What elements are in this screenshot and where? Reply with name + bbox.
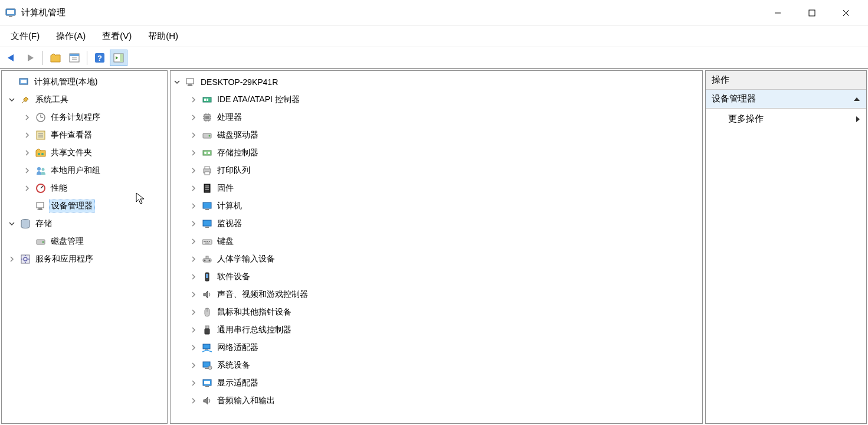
network-icon (201, 342, 213, 354)
chevron-right-icon[interactable] (188, 130, 199, 140)
tree-item-label: 性能 (49, 182, 69, 194)
device-category-audio-io[interactable]: 音频输入和输出 (171, 392, 702, 410)
chevron-right-icon[interactable] (188, 201, 199, 211)
properties-button[interactable] (65, 50, 83, 66)
device-label: 系统设备 (215, 359, 252, 371)
chevron-right-icon[interactable] (188, 254, 199, 264)
chevron-right-icon[interactable] (188, 148, 199, 158)
minimize-button[interactable] (761, 0, 795, 26)
printer-icon (201, 165, 213, 176)
device-root[interactable]: DESKTOP-29KP41R (171, 73, 702, 91)
chevron-right-icon[interactable] (188, 183, 199, 194)
center-device-pane: DESKTOP-29KP41R IDE ATA/ATAPI 控制器 处理器 磁盘… (170, 70, 703, 424)
chevron-right-icon[interactable] (22, 183, 32, 194)
device-category-processor[interactable]: 处理器 (171, 109, 702, 126)
svg-rect-62 (205, 172, 209, 175)
hard-disk-icon (201, 129, 213, 141)
chevron-right-icon[interactable] (188, 236, 199, 247)
device-category-computer[interactable]: 计算机 (171, 197, 702, 215)
menu-file[interactable]: 文件(F) (4, 28, 47, 44)
help-button[interactable]: ? (91, 50, 109, 66)
storage-controller-icon (201, 147, 213, 159)
speaker-icon (201, 289, 213, 300)
chevron-right-icon[interactable] (188, 218, 199, 229)
device-category-print-queues[interactable]: 打印队列 (171, 162, 702, 179)
back-button[interactable] (2, 50, 20, 66)
svg-point-56 (209, 135, 211, 137)
device-category-storage-controllers[interactable]: 存储控制器 (171, 144, 702, 162)
tree-performance[interactable]: 性能 (2, 179, 167, 197)
chevron-down-icon[interactable] (6, 94, 17, 105)
device-tree: DESKTOP-29KP41R IDE ATA/ATAPI 控制器 处理器 磁盘… (171, 71, 702, 412)
chevron-right-icon[interactable] (22, 165, 32, 176)
chevron-right-icon[interactable] (188, 94, 199, 105)
device-category-ide-ata[interactable]: IDE ATA/ATAPI 控制器 (171, 91, 702, 109)
device-label: 通用串行总线控制器 (215, 324, 293, 336)
menu-action[interactable]: 操作(A) (49, 28, 93, 44)
actions-section-title[interactable]: 设备管理器 (706, 90, 866, 109)
device-category-usb[interactable]: 通用串行总线控制器 (171, 321, 702, 339)
device-category-mice[interactable]: 鼠标和其他指针设备 (171, 303, 702, 321)
tree-system-tools[interactable]: 系统工具 (2, 91, 167, 109)
close-button[interactable] (829, 0, 863, 26)
device-category-keyboards[interactable]: 键盘 (171, 233, 702, 250)
users-icon (35, 165, 47, 176)
svg-point-26 (41, 153, 44, 155)
svg-point-79 (209, 260, 211, 261)
chevron-right-icon[interactable] (188, 378, 199, 388)
tree-disk-management[interactable]: 磁盘管理 (2, 233, 167, 250)
device-category-display[interactable]: 显示适配器 (171, 374, 702, 392)
tree-local-users[interactable]: 本地用户和组 (2, 162, 167, 179)
device-category-monitors[interactable]: 监视器 (171, 215, 702, 233)
device-label: 固件 (215, 182, 235, 194)
chevron-right-icon[interactable] (22, 148, 32, 158)
device-category-sound[interactable]: 声音、视频和游戏控制器 (171, 286, 702, 303)
show-actions-pane-button[interactable] (110, 50, 127, 66)
chevron-right-icon[interactable] (22, 130, 32, 140)
svg-rect-69 (203, 220, 211, 226)
more-actions-item[interactable]: 更多操作 (706, 109, 866, 129)
device-category-system[interactable]: 系统设备 (171, 357, 702, 374)
hid-icon (201, 253, 213, 265)
chevron-right-icon[interactable] (188, 360, 199, 371)
collapse-icon[interactable] (853, 96, 860, 103)
chevron-down-icon[interactable] (6, 218, 17, 229)
chevron-right-icon[interactable] (188, 395, 199, 406)
tree-task-scheduler[interactable]: 任务计划程序 (2, 109, 167, 126)
chevron-right-icon[interactable] (188, 112, 199, 123)
svg-rect-40 (188, 84, 192, 86)
svg-rect-37 (21, 255, 30, 263)
svg-point-58 (204, 152, 207, 154)
device-manager-icon (35, 200, 47, 212)
tree-storage[interactable]: 存储 (2, 215, 167, 233)
device-label: 声音、视频和游戏控制器 (215, 289, 310, 300)
chevron-right-icon[interactable] (188, 307, 199, 318)
svg-point-92 (208, 366, 212, 370)
tree-root[interactable]: 计算机管理(本地) (2, 73, 167, 91)
tree-device-manager[interactable]: 设备管理器 (2, 197, 167, 215)
chevron-right-icon[interactable] (188, 342, 199, 353)
toolbar-separator (87, 51, 87, 65)
chevron-right-icon[interactable] (188, 165, 199, 176)
device-category-firmware[interactable]: 固件 (171, 179, 702, 197)
chevron-right-icon[interactable] (188, 272, 199, 282)
device-label: 网络适配器 (215, 342, 260, 354)
device-category-hid[interactable]: 人体学输入设备 (171, 250, 702, 268)
forward-button[interactable] (21, 50, 39, 66)
chevron-right-icon[interactable] (6, 254, 17, 264)
chevron-right-icon[interactable] (22, 112, 32, 123)
actions-section-label: 设备管理器 (712, 93, 756, 104)
device-category-software[interactable]: 软件设备 (171, 268, 702, 286)
menu-view[interactable]: 查看(V) (95, 28, 139, 44)
device-category-disk-drives[interactable]: 磁盘驱动器 (171, 126, 702, 144)
menu-help[interactable]: 帮助(H) (141, 28, 185, 44)
up-button[interactable] (47, 50, 64, 66)
maximize-button[interactable] (795, 0, 829, 26)
tree-event-viewer[interactable]: 事件查看器 (2, 126, 167, 144)
device-category-network[interactable]: 网络适配器 (171, 339, 702, 357)
tree-services-apps[interactable]: 服务和应用程序 (2, 250, 167, 268)
chevron-right-icon[interactable] (188, 289, 199, 300)
chevron-down-icon[interactable] (172, 77, 182, 87)
tree-shared-folders[interactable]: 共享文件夹 (2, 144, 167, 162)
chevron-right-icon[interactable] (188, 325, 199, 335)
